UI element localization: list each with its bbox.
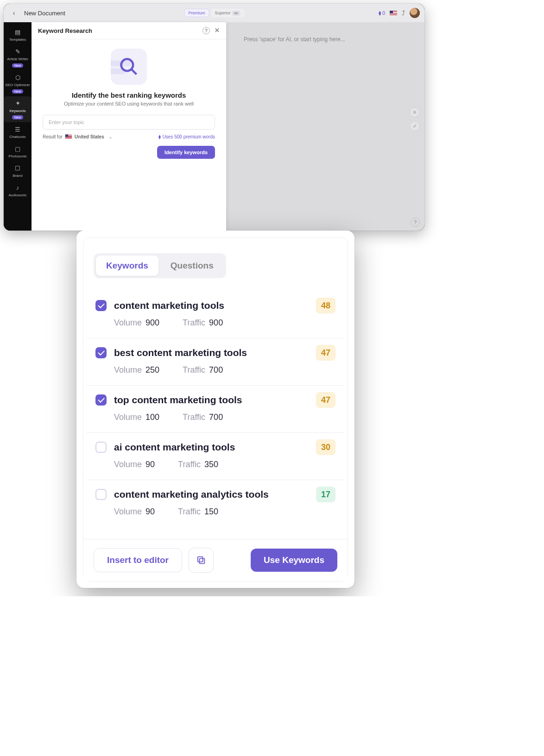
- keyword-traffic: Traffic700: [183, 365, 223, 375]
- copy-icon: [196, 555, 206, 565]
- keyword-name: ai content marketing tools: [114, 442, 309, 453]
- seo-icon: ⬡: [13, 73, 22, 81]
- keyword-checkbox[interactable]: [95, 300, 107, 311]
- panel-heading: Keyword Research: [38, 27, 92, 34]
- keywords-icon: ⌖: [13, 99, 22, 107]
- keyword-score: 30: [316, 439, 335, 455]
- results-footer: Insert to editor Use Keywords: [83, 539, 348, 581]
- premium-pill[interactable]: Premium: [184, 9, 209, 17]
- keyword-volume: Volume90: [114, 507, 155, 517]
- chat-icon: ☰: [13, 125, 22, 133]
- audio-icon: ♪: [13, 183, 22, 192]
- keyword-volume: Volume900: [114, 318, 159, 328]
- template-icon: ▤: [13, 28, 22, 36]
- keyword-checkbox[interactable]: [95, 442, 107, 453]
- document-title: New Document: [24, 10, 65, 17]
- keyword-score: 47: [316, 345, 335, 361]
- keyword-row: top content marketing tools47Volume100Tr…: [86, 386, 345, 433]
- superior-pill[interactable]: Superior 4K: [211, 9, 244, 17]
- app-topbar: ‹ New Document Premium Superior 4K ⧫ 0 ⤴: [4, 4, 424, 22]
- chevron-down-icon: ⌄: [108, 134, 112, 139]
- keyword-checkbox[interactable]: [95, 347, 107, 358]
- sidebar-item-templates[interactable]: ▤ Templates: [4, 25, 32, 44]
- close-icon[interactable]: ✕: [215, 27, 220, 34]
- sidebar-item-article-writer[interactable]: ✎ Article Writer New: [4, 44, 32, 70]
- country-selector[interactable]: Result for United States ⌄: [43, 134, 112, 139]
- keyword-checkbox[interactable]: [95, 489, 107, 500]
- keyword-volume: Volume100: [114, 412, 159, 422]
- keyword-row: best content marketing tools47Volume250T…: [86, 338, 345, 386]
- keyword-volume: Volume250: [114, 365, 159, 375]
- app-window: ‹ New Document Premium Superior 4K ⧫ 0 ⤴: [4, 4, 424, 231]
- sidebar-item-keywords[interactable]: ⌖ Keywords New: [4, 96, 32, 122]
- insert-to-editor-button[interactable]: Insert to editor: [94, 548, 182, 572]
- keyword-row: ai content marketing tools30Volume90Traf…: [86, 433, 345, 480]
- keyword-name: best content marketing tools: [114, 347, 309, 358]
- keyword-score: 48: [316, 298, 335, 313]
- tab-questions[interactable]: Questions: [160, 256, 224, 276]
- keyword-traffic: Traffic700: [183, 412, 223, 422]
- results-tabs: Keywords Questions: [94, 253, 226, 278]
- sidebar-item-audiosonic[interactable]: ♪ Audiosonic: [4, 181, 32, 200]
- keyword-name: top content marketing tools: [114, 394, 309, 406]
- svg-rect-2: [199, 558, 204, 563]
- keyword-score: 47: [316, 392, 335, 408]
- help-circle-icon[interactable]: ?: [202, 27, 210, 34]
- article-icon: ✎: [13, 47, 22, 56]
- app-sidebar: ▤ Templates ✎ Article Writer New ⬡ SEO O…: [4, 22, 32, 231]
- panel-subtitle: Optimize your content SEO using keywords…: [64, 101, 194, 106]
- share-icon[interactable]: ⤴: [402, 9, 405, 17]
- keyword-checkbox[interactable]: [95, 394, 107, 406]
- keyword-traffic: Traffic900: [183, 318, 223, 328]
- identify-keywords-button[interactable]: Identify keywords: [157, 146, 215, 159]
- keyword-row: content marketing tools48Volume900Traffi…: [86, 291, 345, 338]
- keyword-results-card: Keywords Questions content marketing too…: [76, 231, 354, 588]
- svg-rect-3: [198, 557, 203, 562]
- brand-icon: ☐: [13, 164, 22, 172]
- use-keywords-button[interactable]: Use Keywords: [251, 549, 337, 572]
- tab-keywords[interactable]: Keywords: [96, 256, 158, 276]
- sidebar-item-seo-optimizer[interactable]: ⬡ SEO Optimizer New: [4, 70, 32, 96]
- keyword-name: content marketing analytics tools: [114, 489, 309, 500]
- panel-title: Identify the best ranking keywords: [72, 91, 186, 99]
- photo-icon: ▢: [13, 144, 22, 153]
- keyword-research-panel: Keyword Research ? ✕ Identify the best r…: [32, 22, 226, 231]
- keyword-score: 17: [316, 487, 335, 502]
- bolt-icon: ⧫: [379, 10, 381, 16]
- sidebar-item-brand[interactable]: ☐ Brand: [4, 161, 32, 181]
- keyword-name: content marketing tools: [114, 300, 309, 311]
- keyword-volume: Volume90: [114, 460, 155, 469]
- search-illustration-icon: [111, 49, 147, 85]
- keyword-row: content marketing analytics tools17Volum…: [86, 480, 345, 527]
- svg-line-1: [132, 69, 137, 75]
- us-flag-icon: [65, 135, 72, 139]
- user-avatar[interactable]: [410, 8, 420, 18]
- sidebar-item-photosonic[interactable]: ▢ Photosonic: [4, 142, 32, 161]
- keyword-list: content marketing tools48Volume900Traffi…: [83, 278, 348, 539]
- back-button[interactable]: ‹: [8, 7, 19, 19]
- credit-note: ⧫ Uses 500 premium words: [158, 134, 215, 139]
- keyword-traffic: Traffic350: [178, 460, 218, 469]
- svg-point-0: [121, 59, 133, 71]
- keyword-traffic: Traffic150: [178, 507, 218, 517]
- copy-button[interactable]: [189, 548, 214, 573]
- topic-input[interactable]: [43, 115, 215, 130]
- locale-flag-icon[interactable]: [390, 11, 397, 16]
- sidebar-item-chatsonic[interactable]: ☰ Chatsonic: [4, 122, 32, 142]
- bolt-icon: ⧫: [158, 134, 161, 139]
- credits-counter[interactable]: ⧫ 0: [379, 10, 385, 16]
